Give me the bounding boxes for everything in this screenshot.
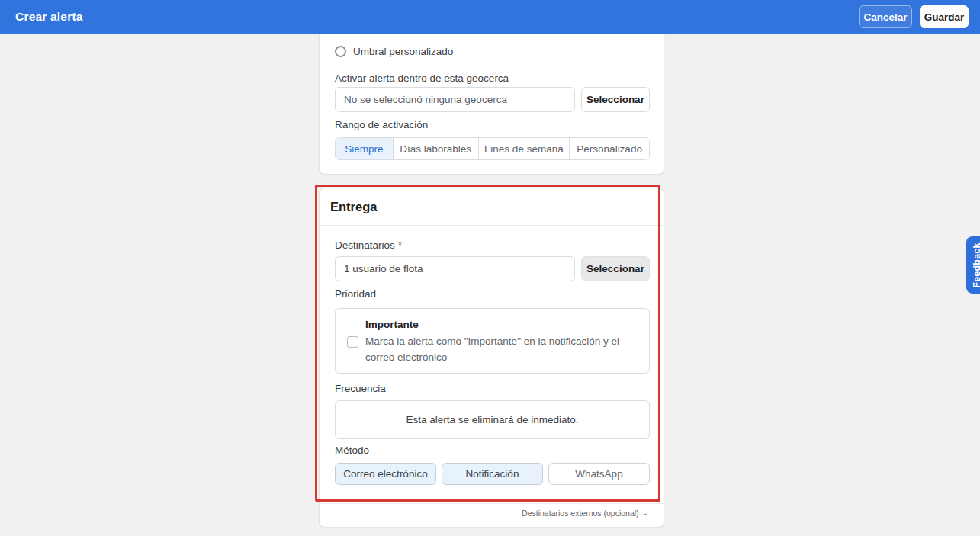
recipients-label-text: Destinatarios — [335, 239, 395, 251]
delivery-card: Entrega Destinatarios* Seleccionar Prior… — [319, 188, 664, 528]
important-checkbox[interactable] — [347, 336, 358, 348]
frequency-info-box: Esta alerta se eliminará de inmediato. — [335, 400, 650, 439]
required-asterisk: * — [398, 239, 402, 251]
segment-fines-de-semana[interactable]: Fines de semana — [478, 138, 570, 159]
custom-threshold-radio-row[interactable]: Umbral personalizado — [335, 46, 453, 57]
footer-divider — [320, 503, 664, 504]
alert-settings-card: Umbral personalizado Activar alerta dent… — [319, 34, 664, 175]
external-recipients-toggle[interactable]: Destinatarios externos (opcional) ⌄ — [522, 509, 648, 518]
page-title: Crear alerta — [15, 10, 83, 24]
method-notification-button[interactable]: Notificación — [442, 463, 543, 485]
save-button[interactable]: Guardar — [920, 5, 969, 28]
cancel-button[interactable]: Cancelar — [859, 5, 912, 28]
important-title: Importante — [365, 319, 419, 330]
geofence-input[interactable] — [335, 87, 575, 112]
important-option-box: Importante Marca la alerta como "Importa… — [335, 308, 650, 374]
activation-range-label: Rango de activación — [335, 119, 428, 130]
segment-siempre[interactable]: Siempre — [336, 138, 393, 159]
frequency-label: Frecuencia — [335, 383, 386, 394]
activation-range-segmented-control: Siempre Días laborables Fines de semana … — [335, 137, 650, 160]
feedback-tab-label: Feedback — [972, 242, 980, 287]
frequency-info-text: Esta alerta se eliminará de inmediato. — [406, 414, 579, 425]
segment-personalizado[interactable]: Personalizado — [569, 138, 649, 159]
method-button-group: Correo electrónico Notificación WhatsApp — [335, 463, 650, 485]
recipients-select-button[interactable]: Seleccionar — [581, 256, 650, 281]
external-recipients-label: Destinatarios externos (opcional) — [522, 509, 639, 518]
recipients-label: Destinatarios* — [335, 239, 402, 251]
priority-label: Prioridad — [335, 288, 376, 300]
method-label: Método — [335, 445, 369, 456]
geofence-label: Activar alerta dentro de esta geocerca — [335, 72, 509, 84]
custom-threshold-label: Umbral personalizado — [353, 46, 453, 57]
app-header: Crear alerta Cancelar Guardar — [0, 0, 980, 34]
radio-unchecked-icon[interactable] — [335, 46, 346, 57]
recipients-input[interactable] — [335, 256, 575, 281]
section-divider — [320, 225, 664, 226]
chevron-down-icon: ⌄ — [642, 509, 648, 517]
geofence-select-button[interactable]: Seleccionar — [581, 87, 650, 112]
method-email-button[interactable]: Correo electrónico — [335, 463, 436, 485]
feedback-tab[interactable]: Feedback — [966, 236, 980, 294]
important-description: Marca la alerta como "Importante" en la … — [365, 333, 634, 366]
method-whatsapp-button[interactable]: WhatsApp — [548, 463, 650, 485]
segment-dias-laborables[interactable]: Días laborables — [393, 138, 478, 159]
delivery-section-title: Entrega — [330, 200, 377, 214]
